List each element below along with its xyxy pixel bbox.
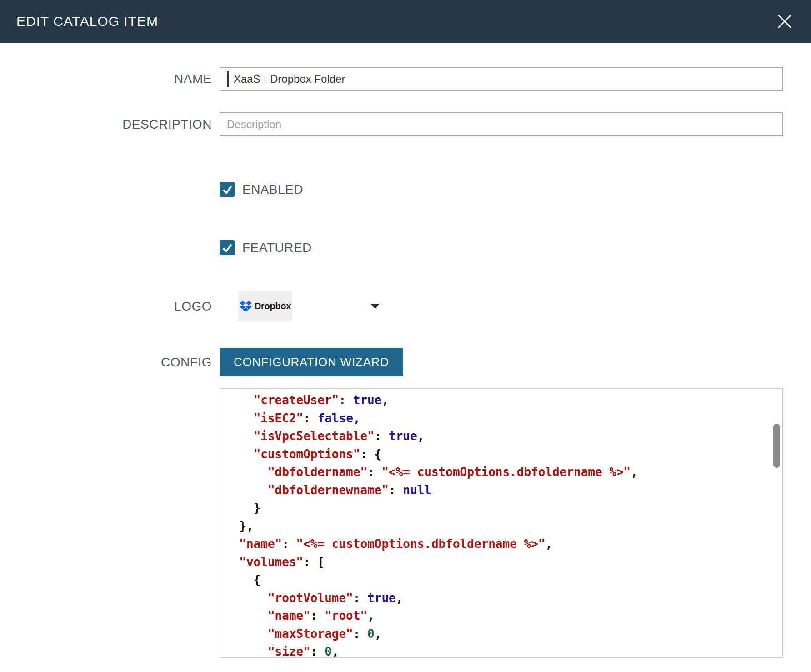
config-editor-row: "createUser": true, "isEC2": false, "isV… — [0, 388, 811, 658]
featured-checkbox[interactable] — [220, 240, 235, 255]
config-row: CONFIG CONFIGURATION WIZARD — [0, 348, 811, 376]
dialog-header: EDIT CATALOG ITEM — [0, 0, 811, 43]
edit-catalog-item-dialog: EDIT CATALOG ITEM NAME XaaS - Dropbox Fo… — [0, 0, 811, 672]
editor-scrollbar-thumb[interactable] — [773, 424, 780, 468]
dialog-body: NAME XaaS - Dropbox Folder DESCRIPTION — [0, 67, 811, 672]
name-input-value: XaaS - Dropbox Folder — [234, 73, 345, 85]
text-cursor — [227, 71, 229, 87]
close-icon — [776, 13, 793, 30]
config-code-editor[interactable]: "createUser": true, "isEC2": false, "isV… — [220, 388, 783, 658]
name-input[interactable]: XaaS - Dropbox Folder — [220, 67, 783, 91]
logo-preview: Dropbox — [238, 291, 292, 321]
code-content: "createUser": true, "isEC2": false, "isV… — [220, 389, 782, 658]
config-label: CONFIG — [0, 355, 212, 370]
enabled-label: ENABLED — [242, 182, 303, 197]
logo-row: LOGO Dropbox — [0, 291, 811, 321]
description-label: DESCRIPTION — [0, 117, 212, 132]
featured-label: FEATURED — [242, 241, 312, 255]
name-label: NAME — [0, 72, 212, 86]
logo-label: LOGO — [0, 299, 212, 314]
name-row: NAME XaaS - Dropbox Folder — [0, 67, 811, 91]
featured-row: FEATURED — [0, 240, 811, 255]
enabled-row: ENABLED — [0, 182, 811, 197]
logo-select[interactable]: Dropbox — [220, 291, 380, 321]
description-input[interactable] — [220, 112, 783, 136]
enabled-checkbox[interactable] — [220, 182, 235, 197]
close-button[interactable] — [775, 11, 795, 31]
check-icon — [221, 184, 233, 196]
description-row: DESCRIPTION — [0, 112, 811, 136]
dropbox-glyph-icon — [240, 301, 252, 312]
dialog-title: EDIT CATALOG ITEM — [16, 14, 158, 29]
configuration-wizard-button[interactable]: CONFIGURATION WIZARD — [220, 348, 403, 376]
dropbox-wordmark: Dropbox — [255, 301, 291, 311]
check-icon — [221, 242, 233, 254]
chevron-down-icon — [370, 304, 380, 309]
